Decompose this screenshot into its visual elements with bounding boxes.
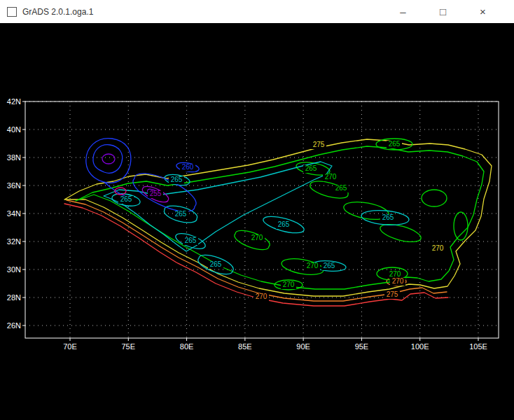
contour-label: 265 xyxy=(305,164,317,172)
axis-ticks xyxy=(22,102,478,341)
contour-label: 265 xyxy=(185,237,197,244)
plot-border xyxy=(25,102,499,338)
window-titlebar[interactable]: GrADS 2.0.1.oga.1 – □ × xyxy=(0,0,514,23)
window-title: GrADS 2.0.1.oga.1 xyxy=(22,7,93,17)
close-button[interactable]: × xyxy=(463,0,503,23)
contour-label: 270 xyxy=(325,173,337,181)
y-axis-label: 32N xyxy=(7,237,21,246)
y-axis-label: 40N xyxy=(7,125,21,134)
x-axis-label: 95E xyxy=(355,342,369,351)
maximize-button[interactable]: □ xyxy=(423,0,463,23)
y-axis-label: 26N xyxy=(7,321,21,330)
contour-labels: 2752652602652652702652652652652652702652… xyxy=(118,140,445,301)
x-axis-label: 100E xyxy=(411,342,429,351)
contour-255 xyxy=(102,154,115,164)
grid-lines xyxy=(25,102,499,338)
x-axis-label: 85E xyxy=(238,342,252,351)
contour-label: 270 xyxy=(307,262,319,270)
y-axis-label: 38N xyxy=(7,153,21,162)
y-axis-label: 30N xyxy=(7,265,21,274)
contour-label: 265 xyxy=(120,195,132,203)
contour-label: 265 xyxy=(171,176,183,183)
contour-270 xyxy=(454,212,468,240)
contour-label: 265 xyxy=(278,220,290,228)
contour-270 xyxy=(380,225,421,242)
contour-plot: 70E75E80E85E90E95E100E105E42N40N38N36N34… xyxy=(0,23,514,420)
window-icon xyxy=(7,7,17,17)
contour-label: 265 xyxy=(324,262,335,270)
contour-label: 265 xyxy=(389,140,401,148)
contour-label: 265 xyxy=(175,210,187,218)
contour-label: 270 xyxy=(392,277,404,285)
grads-display-canvas: 70E75E80E85E90E95E100E105E42N40N38N36N34… xyxy=(0,23,514,420)
y-axis-label: 36N xyxy=(7,181,21,190)
y-axis-label: 28N xyxy=(7,293,21,302)
contour-label: 265 xyxy=(335,184,347,192)
contour-label: 275 xyxy=(387,290,398,298)
contour-label: 270 xyxy=(432,244,444,252)
contour-label: 270 xyxy=(256,293,268,300)
contour-label: 270 xyxy=(251,234,263,241)
contour-label: 260 xyxy=(182,163,194,171)
x-axis-label: 75E xyxy=(121,342,135,351)
contour-label: 265 xyxy=(210,260,222,268)
x-axis-label: 90E xyxy=(296,342,310,351)
contour-label: 255 xyxy=(150,190,162,197)
contour-270 xyxy=(422,190,447,206)
contour-260 xyxy=(93,145,123,173)
contour-label: 275 xyxy=(313,141,325,148)
minimize-button[interactable]: – xyxy=(383,0,423,23)
x-axis-label: 105E xyxy=(469,342,487,351)
axis-labels: 70E75E80E85E90E95E100E105E42N40N38N36N34… xyxy=(7,97,487,351)
window-controls: – □ × xyxy=(383,0,514,23)
contour-label: 270 xyxy=(283,281,295,288)
contour-label: 265 xyxy=(382,214,394,221)
x-axis-label: 80E xyxy=(180,342,194,351)
contour-275 xyxy=(64,139,492,296)
x-axis-label: 70E xyxy=(63,342,77,351)
y-axis-label: 34N xyxy=(7,209,21,218)
y-axis-label: 42N xyxy=(7,97,21,106)
